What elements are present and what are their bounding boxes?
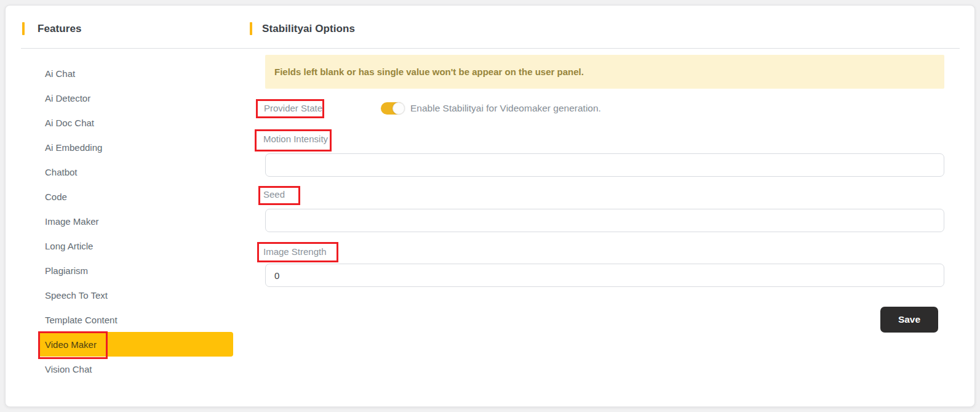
sidebar-item-ai-detector[interactable]: Ai Detector	[39, 86, 233, 110]
annotation-box-video-maker	[38, 331, 108, 359]
sidebar-item-ai-embedding[interactable]: Ai Embedding	[39, 135, 233, 160]
annotation-box-motion-intensity	[255, 129, 332, 151]
seed-input[interactable]	[265, 209, 944, 232]
accent-bar-icon	[22, 22, 25, 35]
sidebar-item-long-article[interactable]: Long Article	[39, 233, 233, 258]
sidebar-item-speech-to-text[interactable]: Speech To Text	[39, 283, 233, 307]
annotation-box-provider-state	[256, 99, 324, 118]
sidebar-item-label: Template Content	[45, 315, 118, 325]
sidebar-item-ai-doc-chat[interactable]: Ai Doc Chat	[39, 110, 233, 135]
sidebar-item-label: Chatbot	[45, 167, 78, 177]
features-title: Features	[38, 23, 82, 35]
settings-card: Features Stabilityai Options Ai ChatAi D…	[5, 5, 975, 407]
options-title: Stabilityai Options	[262, 23, 355, 35]
sidebar-item-label: Ai Embedding	[45, 142, 102, 153]
sidebar-item-label: Image Maker	[45, 216, 99, 227]
annotation-box-seed	[258, 186, 300, 205]
header-divider	[21, 48, 960, 49]
info-alert: Fields left blank or has single value wo…	[265, 55, 944, 89]
annotation-box-image-strength	[257, 242, 338, 262]
sidebar-item-ai-chat[interactable]: Ai Chat	[39, 61, 233, 86]
provider-state-description: Enable Stabilityai for Videomaker genera…	[410, 103, 601, 114]
sidebar-item-plagiarism[interactable]: Plagiarism	[39, 258, 233, 283]
sidebar-item-label: Ai Chat	[45, 68, 75, 79]
sidebar-item-chatbot[interactable]: Chatbot	[39, 160, 233, 184]
toggle-knob-icon	[392, 102, 405, 115]
motion-intensity-input[interactable]	[265, 153, 944, 177]
sidebar-item-label: Vision Chat	[45, 364, 92, 374]
sidebar-item-label: Ai Detector	[45, 93, 90, 103]
accent-bar-icon	[250, 22, 252, 35]
sidebar-item-label: Long Article	[45, 241, 93, 251]
info-alert-text: Fields left blank or has single value wo…	[274, 67, 584, 77]
provider-state-toggle[interactable]	[381, 102, 404, 115]
options-heading: Stabilityai Options	[250, 22, 355, 35]
sidebar-item-template-content[interactable]: Template Content	[39, 307, 233, 332]
sidebar-item-image-maker[interactable]: Image Maker	[39, 209, 233, 233]
sidebar-item-code[interactable]: Code	[39, 184, 233, 209]
sidebar-item-label: Speech To Text	[45, 290, 108, 301]
sidebar-item-vision-chat[interactable]: Vision Chat	[39, 357, 233, 381]
image-strength-input[interactable]	[265, 264, 944, 287]
features-heading: Features	[22, 22, 82, 35]
sidebar-item-label: Ai Doc Chat	[45, 118, 94, 128]
sidebar-item-label: Code	[45, 192, 67, 202]
sidebar-item-label: Plagiarism	[45, 265, 88, 276]
save-button[interactable]: Save	[880, 307, 938, 333]
